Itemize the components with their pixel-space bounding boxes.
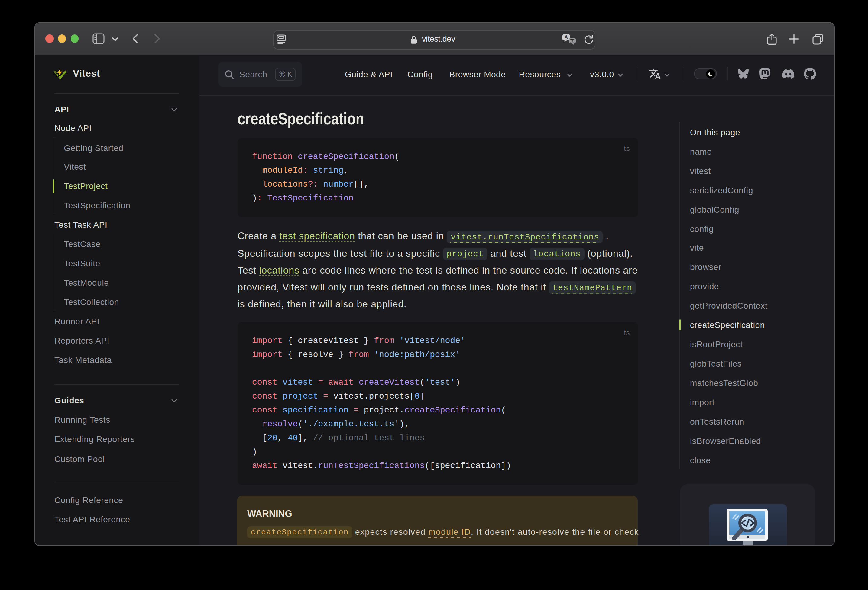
svg-text:A: A [565,34,568,40]
svg-text:文: 文 [570,38,574,43]
